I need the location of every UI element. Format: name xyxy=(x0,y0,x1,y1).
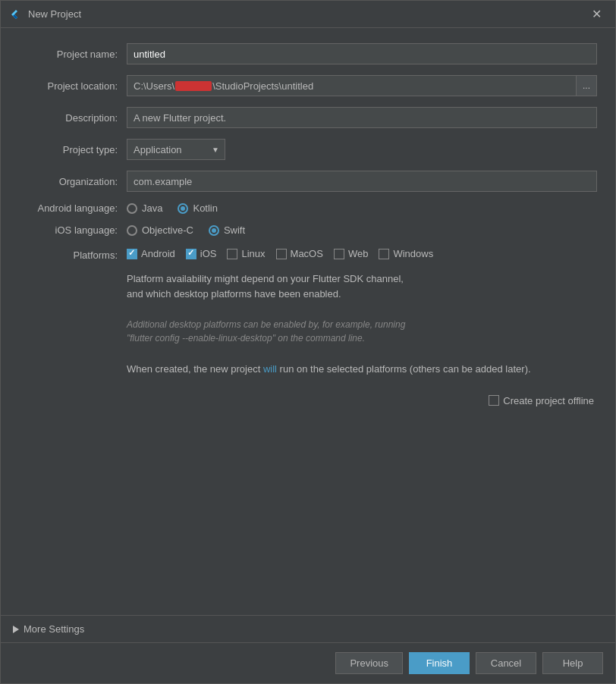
previous-button[interactable]: Previous xyxy=(335,652,403,674)
finish-button[interactable]: Finish xyxy=(409,652,470,674)
ios-language-group: Objective-C Swift xyxy=(127,224,597,236)
ios-objc-option[interactable]: Objective-C xyxy=(127,224,193,236)
project-location-row: Project location: C:\Users\\StudioProjec… xyxy=(19,75,597,96)
browse-button[interactable]: ... xyxy=(576,75,597,96)
project-location-label: Project location: xyxy=(19,80,118,92)
platform-run-text2: run on the selected platforms (others ca… xyxy=(277,363,531,375)
project-name-input[interactable] xyxy=(127,43,597,64)
linux-platform-checkbox[interactable] xyxy=(227,249,237,259)
project-location-display: C:\Users\\StudioProjects\untitled xyxy=(127,75,576,96)
android-platform-label: Android xyxy=(141,248,175,259)
more-settings-section[interactable]: More Settings xyxy=(1,615,615,642)
project-type-select[interactable]: Application Plugin Package Module xyxy=(127,139,225,160)
project-name-row: Project name: xyxy=(19,43,597,64)
new-project-dialog: New Project ✕ Project name: Project loca… xyxy=(0,0,616,684)
title-bar-left: New Project xyxy=(10,8,81,20)
platform-run-will: will xyxy=(263,363,277,375)
organization-input[interactable] xyxy=(127,171,597,192)
ios-swift-radio[interactable] xyxy=(209,225,219,236)
triangle-icon xyxy=(13,626,19,633)
cancel-button[interactable]: Cancel xyxy=(476,652,536,674)
form-content: Project name: Project location: C:\Users… xyxy=(1,28,615,615)
dialog-footer: Previous Finish Cancel Help xyxy=(1,642,615,683)
android-java-label: Java xyxy=(142,202,162,214)
linux-platform-label: Linux xyxy=(241,248,265,259)
android-platform-checkbox[interactable] xyxy=(127,249,137,259)
project-name-label: Project name: xyxy=(19,49,118,60)
more-settings-label: More Settings xyxy=(24,623,84,635)
ios-objc-label: Objective-C xyxy=(142,224,193,236)
ios-swift-label: Swift xyxy=(224,224,245,236)
macos-platform-label: MacOS xyxy=(291,248,323,259)
ios-objc-radio[interactable] xyxy=(127,225,137,236)
help-button[interactable]: Help xyxy=(542,652,603,674)
content-spacer xyxy=(19,417,597,601)
windows-platform-option[interactable]: Windows xyxy=(379,248,433,259)
organization-row: Organization: xyxy=(19,171,597,192)
platform-info-line2: and which desktop platforms have been en… xyxy=(127,288,341,300)
platform-note-line2: "flutter config --enable-linux-desktop" … xyxy=(127,333,365,344)
macos-platform-checkbox[interactable] xyxy=(276,249,287,259)
web-platform-option[interactable]: Web xyxy=(334,248,369,259)
android-kotlin-option[interactable]: Kotlin xyxy=(178,202,218,214)
platform-info-line1: Platform availability might depend on yo… xyxy=(127,273,404,284)
linux-platform-option[interactable]: Linux xyxy=(227,248,265,259)
platforms-row: Platforms: Android iOS Linux MacOS xyxy=(19,246,597,261)
ios-language-row: iOS language: Objective-C Swift xyxy=(19,224,597,236)
organization-label: Organization: xyxy=(19,176,118,187)
ios-platform-option[interactable]: iOS xyxy=(186,248,217,259)
project-type-row: Project type: Application Plugin Package… xyxy=(19,139,597,160)
offline-checkbox[interactable] xyxy=(489,395,499,406)
platform-info: Platform availability might depend on yo… xyxy=(127,271,597,301)
android-language-label: Android language: xyxy=(19,202,118,214)
offline-label: Create project offline xyxy=(503,395,594,406)
platforms-label: Platforms: xyxy=(19,248,118,261)
flutter-icon xyxy=(10,8,22,20)
ios-platform-checkbox[interactable] xyxy=(186,249,196,259)
android-java-radio[interactable] xyxy=(127,203,137,214)
ios-language-label: iOS language: xyxy=(19,224,118,236)
offline-option[interactable]: Create project offline xyxy=(489,395,594,406)
windows-platform-checkbox[interactable] xyxy=(379,249,389,259)
android-language-row: Android language: Java Kotlin xyxy=(19,202,597,214)
android-platform-option[interactable]: Android xyxy=(127,248,175,259)
description-label: Description: xyxy=(19,112,118,124)
platform-run: When created, the new project will run o… xyxy=(127,362,597,377)
project-type-wrapper: Application Plugin Package Module ▼ xyxy=(127,139,225,160)
location-row: C:\Users\\StudioProjects\untitled ... xyxy=(127,75,597,96)
title-bar: New Project ✕ xyxy=(1,1,615,28)
windows-platform-label: Windows xyxy=(393,248,433,259)
description-input[interactable] xyxy=(127,107,597,128)
dialog-title: New Project xyxy=(28,8,81,20)
offline-row: Create project offline xyxy=(19,395,597,406)
platform-note: Additional desktop platforms can be enab… xyxy=(127,318,597,345)
project-type-label: Project type: xyxy=(19,144,118,155)
web-platform-label: Web xyxy=(348,248,369,259)
android-language-group: Java Kotlin xyxy=(127,202,597,214)
ios-platform-label: iOS xyxy=(200,248,217,259)
android-kotlin-label: Kotlin xyxy=(193,202,218,214)
close-button[interactable]: ✕ xyxy=(587,7,606,22)
android-java-option[interactable]: Java xyxy=(127,202,162,214)
web-platform-checkbox[interactable] xyxy=(334,249,344,259)
platform-note-line1: Additional desktop platforms can be enab… xyxy=(127,319,405,330)
ios-swift-option[interactable]: Swift xyxy=(209,224,245,236)
platforms-group: Android iOS Linux MacOS Web xyxy=(127,248,597,259)
platform-run-text1: When created, the new project xyxy=(127,363,263,375)
macos-platform-option[interactable]: MacOS xyxy=(276,248,323,259)
description-row: Description: xyxy=(19,107,597,128)
android-kotlin-radio[interactable] xyxy=(178,203,188,214)
